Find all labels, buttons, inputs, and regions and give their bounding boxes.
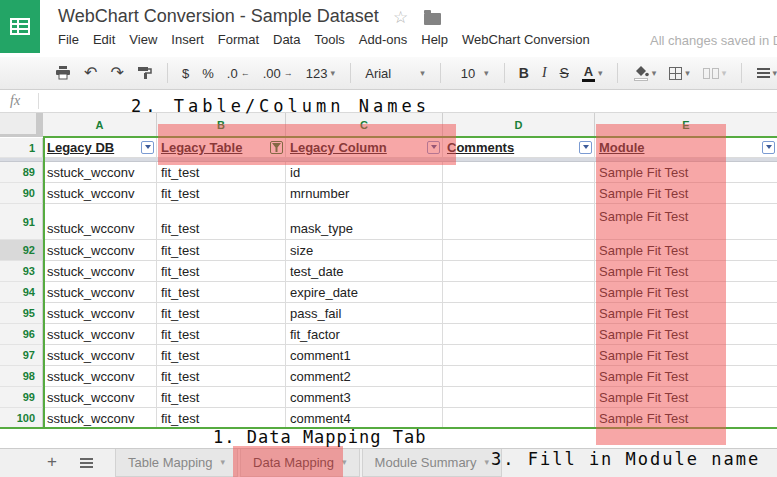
cell-module[interactable]: Sample Fit Test — [595, 324, 777, 345]
cell-legacy-db[interactable]: sstuck_wcconv — [43, 366, 157, 387]
cell-legacy-table[interactable]: fit_test — [157, 183, 286, 204]
cell-comments[interactable] — [443, 345, 595, 366]
undo-button[interactable]: ↶ — [84, 65, 97, 81]
cell-comments[interactable] — [443, 162, 595, 183]
cell-module[interactable]: Sample Fit Test — [595, 282, 777, 303]
strikethrough-button[interactable]: S — [560, 65, 569, 81]
cell-legacy-column[interactable]: expire_date — [286, 282, 443, 303]
menu-view[interactable]: View — [129, 32, 157, 47]
horizontal-align-button[interactable]: ▾ — [757, 68, 777, 79]
row-number[interactable]: 92 — [0, 240, 43, 261]
text-color-button[interactable]: A ▾ — [582, 65, 603, 82]
column-header-c[interactable]: C — [286, 113, 443, 137]
column-header-a[interactable]: A — [43, 113, 157, 137]
cell-legacy-db[interactable]: sstuck_wcconv — [43, 183, 157, 204]
cell-legacy-table[interactable]: fit_test — [157, 282, 286, 303]
header-cell-module[interactable]: Module — [595, 138, 777, 158]
row-number[interactable]: 97 — [0, 345, 43, 366]
cell-module[interactable]: Sample Fit Test — [595, 408, 777, 429]
tab-module-summary[interactable]: Module Summary ▾ — [362, 449, 502, 477]
menu-tools[interactable]: Tools — [314, 32, 344, 47]
cell-legacy-db[interactable]: sstuck_wcconv — [43, 162, 157, 183]
cell-legacy-table[interactable]: fit_test — [157, 162, 286, 183]
row-number[interactable]: 89 — [0, 162, 43, 183]
column-header-d[interactable]: D — [443, 113, 595, 137]
menu-insert[interactable]: Insert — [171, 32, 204, 47]
cell-legacy-db[interactable]: sstuck_wcconv — [43, 303, 157, 324]
cell-comments[interactable] — [443, 303, 595, 324]
redo-button[interactable]: ↷ — [110, 65, 123, 81]
menu-data[interactable]: Data — [273, 32, 300, 47]
cell-legacy-column[interactable]: mrnumber — [286, 183, 443, 204]
font-size-select[interactable]: 10 ▾ — [455, 66, 489, 81]
filter-dropdown-button[interactable] — [141, 141, 154, 154]
cell-comments[interactable] — [443, 387, 595, 408]
row-number[interactable]: 90 — [0, 183, 43, 204]
increase-decimal-button[interactable]: .00→ — [263, 66, 293, 81]
cell-module[interactable]: Sample Fit Test — [595, 183, 777, 204]
tab-table-mapping[interactable]: Table Mapping ▾ — [115, 449, 238, 477]
select-all-corner[interactable] — [0, 113, 43, 137]
cell-module[interactable]: Sample Fit Test — [595, 345, 777, 366]
menu-help[interactable]: Help — [421, 32, 448, 47]
cell-module[interactable]: Sample Fit Test — [595, 261, 777, 282]
cell-module[interactable]: Sample Fit Test — [595, 162, 777, 183]
row-number[interactable]: 100 — [0, 408, 43, 429]
cell-legacy-table[interactable]: fit_test — [157, 387, 286, 408]
menu-file[interactable]: File — [58, 32, 79, 47]
menu-addons[interactable]: Add-ons — [359, 32, 407, 47]
header-cell-comments[interactable]: Comments — [443, 138, 595, 158]
merge-cells-button[interactable]: ▾ — [703, 68, 727, 79]
header-cell-legacy-column[interactable]: Legacy Column — [286, 138, 443, 158]
row-number[interactable]: 98 — [0, 366, 43, 387]
format-percent-button[interactable]: % — [202, 66, 214, 81]
cell-legacy-table[interactable]: fit_test — [157, 240, 286, 261]
cell-legacy-column[interactable]: id — [286, 162, 443, 183]
bold-button[interactable]: B — [519, 65, 529, 81]
star-icon[interactable]: ☆ — [393, 7, 408, 28]
cell-legacy-db[interactable]: sstuck_wcconv — [43, 204, 157, 240]
column-header-b[interactable]: B — [157, 113, 286, 137]
filter-dropdown-button[interactable] — [762, 141, 775, 154]
cell-legacy-table[interactable]: fit_test — [157, 345, 286, 366]
formula-bar[interactable]: fx — [0, 90, 777, 113]
header-cell-legacy-table[interactable]: Legacy Table — [157, 138, 286, 158]
cell-legacy-table[interactable]: fit_test — [157, 408, 286, 429]
borders-button[interactable]: ▾ — [669, 67, 690, 80]
menu-edit[interactable]: Edit — [93, 32, 115, 47]
cell-comments[interactable] — [443, 183, 595, 204]
cell-legacy-table[interactable]: fit_test — [157, 366, 286, 387]
print-button[interactable] — [55, 66, 71, 80]
cell-module[interactable]: Sample Fit Test — [595, 366, 777, 387]
row-number[interactable]: 96 — [0, 324, 43, 345]
row-number[interactable]: 93 — [0, 261, 43, 282]
cell-comments[interactable] — [443, 261, 595, 282]
format-currency-button[interactable]: $ — [182, 66, 189, 81]
active-filter-button[interactable] — [270, 141, 283, 154]
cell-module[interactable]: Sample Fit Test — [595, 240, 777, 261]
cell-legacy-db[interactable]: sstuck_wcconv — [43, 261, 157, 282]
cell-legacy-db[interactable]: sstuck_wcconv — [43, 324, 157, 345]
cell-comments[interactable] — [443, 282, 595, 303]
cell-module[interactable]: Sample Fit Test — [595, 387, 777, 408]
decrease-decimal-button[interactable]: .0← — [227, 66, 250, 81]
cell-module[interactable]: Sample Fit Test — [595, 204, 777, 240]
cell-comments[interactable] — [443, 324, 595, 345]
cell-legacy-db[interactable]: sstuck_wcconv — [43, 240, 157, 261]
menu-webchart-conversion[interactable]: WebChart Conversion — [462, 32, 590, 47]
add-sheet-button[interactable]: + — [47, 452, 57, 472]
cell-legacy-column[interactable]: comment1 — [286, 345, 443, 366]
sheets-logo[interactable] — [0, 0, 40, 53]
cell-legacy-column[interactable]: size — [286, 240, 443, 261]
cell-legacy-column[interactable]: comment3 — [286, 387, 443, 408]
font-family-select[interactable]: Arial ▾ — [365, 66, 425, 81]
menu-format[interactable]: Format — [218, 32, 259, 47]
column-header-e[interactable]: E — [595, 113, 777, 137]
filter-dropdown-button[interactable] — [579, 141, 592, 154]
row-number[interactable]: 95 — [0, 303, 43, 324]
filter-dropdown-button[interactable] — [427, 141, 440, 154]
cell-comments[interactable] — [443, 366, 595, 387]
cell-module[interactable]: Sample Fit Test — [595, 303, 777, 324]
cell-legacy-column[interactable]: pass_fail — [286, 303, 443, 324]
row-number[interactable]: 91 — [0, 204, 43, 240]
